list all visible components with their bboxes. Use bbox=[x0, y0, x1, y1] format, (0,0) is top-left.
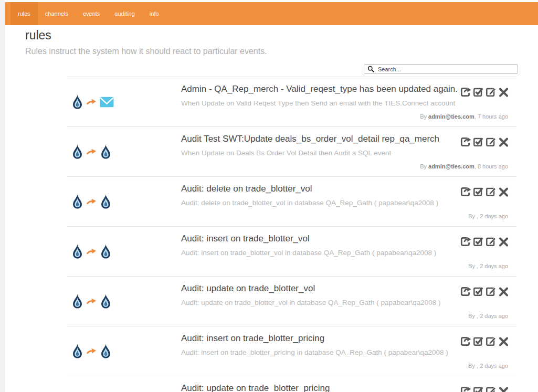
check-square-icon[interactable] bbox=[472, 335, 484, 347]
rule-row: Audit: delete on trade_blotter_vol Audit… bbox=[67, 176, 516, 226]
rule-title[interactable]: Audit Test SWT:Update deals_bs_order_vol… bbox=[181, 134, 439, 144]
check-square-icon[interactable] bbox=[472, 186, 484, 197]
byline-author: admin@ties.com bbox=[428, 163, 474, 169]
rule-byline: By , 2 days ago bbox=[468, 263, 508, 269]
sql-drop-icon bbox=[100, 144, 112, 160]
search-box[interactable] bbox=[364, 64, 518, 74]
byline-prefix: By bbox=[420, 113, 428, 120]
arrow-right-icon bbox=[86, 148, 97, 155]
rule-description: Audit: delete on trade_blotter_vol in da… bbox=[181, 199, 438, 207]
byline-prefix: By bbox=[468, 313, 477, 319]
x-cross-icon[interactable] bbox=[498, 236, 509, 247]
rule-byline: By , 2 days ago bbox=[468, 213, 508, 219]
x-cross-icon[interactable] bbox=[498, 385, 509, 392]
share-arrow-icon[interactable] bbox=[460, 385, 471, 392]
check-square-icon[interactable] bbox=[472, 136, 484, 147]
rule-actions bbox=[460, 186, 509, 197]
byline-author: admin@ties.com bbox=[428, 113, 474, 120]
rule-icon-group bbox=[71, 144, 112, 160]
share-arrow-icon[interactable] bbox=[460, 136, 471, 147]
rule-title[interactable]: Audit: insert on trade_blotter_pricing bbox=[181, 333, 324, 344]
check-square-icon[interactable] bbox=[472, 236, 484, 247]
left-gutter bbox=[0, 0, 5, 392]
rule-row: Admin - QA_Rep_merch - Valid_reqest_type… bbox=[67, 77, 516, 126]
share-arrow-icon[interactable] bbox=[460, 186, 471, 197]
rules-list: Admin - QA_Rep_merch - Valid_reqest_type… bbox=[67, 77, 516, 392]
rule-row: Audit: insert on trade_blotter_vol Audit… bbox=[67, 226, 516, 276]
rule-icon-group bbox=[71, 194, 112, 209]
sql-drop-icon bbox=[71, 144, 83, 160]
rule-icon-group bbox=[71, 243, 112, 259]
x-cross-icon[interactable] bbox=[498, 86, 509, 98]
rule-byline: By admin@ties.com, 7 hours ago bbox=[420, 113, 508, 120]
page-title: rules bbox=[25, 28, 51, 43]
rule-actions bbox=[460, 335, 509, 347]
search-input[interactable] bbox=[377, 66, 514, 73]
rule-actions bbox=[460, 236, 509, 247]
pencil-square-icon[interactable] bbox=[485, 136, 497, 147]
sql-drop-icon bbox=[71, 194, 83, 209]
top-navigation: rules channels events auditing info bbox=[5, 2, 538, 25]
byline-time: , 2 days ago bbox=[477, 363, 508, 369]
share-arrow-icon[interactable] bbox=[460, 236, 471, 247]
rule-title[interactable]: Audit: insert on trade_blotter_vol bbox=[181, 234, 310, 244]
check-square-icon[interactable] bbox=[472, 285, 484, 297]
rule-icon-group bbox=[71, 343, 112, 359]
rule-title[interactable]: Audit: update on trade_blotter_vol bbox=[181, 283, 315, 294]
sql-drop-icon bbox=[100, 194, 112, 209]
pencil-square-icon[interactable] bbox=[485, 236, 497, 247]
x-cross-icon[interactable] bbox=[498, 335, 509, 347]
sql-drop-icon bbox=[71, 94, 83, 110]
pencil-square-icon[interactable] bbox=[485, 385, 497, 392]
byline-time: , 2 days ago bbox=[477, 263, 508, 269]
share-arrow-icon[interactable] bbox=[460, 86, 471, 98]
rule-actions bbox=[460, 86, 509, 98]
sql-drop-icon bbox=[71, 293, 83, 309]
nav-tab-rules[interactable]: rules bbox=[10, 2, 38, 25]
nav-tab-auditing[interactable]: auditing bbox=[107, 2, 142, 25]
byline-time: , 2 days ago bbox=[477, 313, 508, 319]
nav-tab-info[interactable]: info bbox=[142, 2, 166, 25]
share-arrow-icon[interactable] bbox=[460, 335, 471, 347]
nav-tab-channels[interactable]: channels bbox=[38, 2, 76, 25]
email-icon bbox=[100, 97, 114, 108]
byline-prefix: By bbox=[468, 213, 477, 219]
check-square-icon[interactable] bbox=[472, 385, 484, 392]
x-cross-icon[interactable] bbox=[498, 285, 509, 297]
sql-drop-icon bbox=[100, 293, 112, 309]
rule-description: When Update on Deals Bs Order Vol Detail… bbox=[181, 149, 391, 157]
rule-icon-group bbox=[71, 94, 114, 110]
byline-prefix: By bbox=[468, 263, 477, 269]
search-icon bbox=[367, 66, 374, 72]
arrow-right-icon bbox=[86, 298, 97, 305]
arrow-right-icon bbox=[86, 198, 97, 205]
byline-time: , 8 hours ago bbox=[474, 163, 508, 169]
rule-row: Audit: insert on trade_blotter_pricing A… bbox=[67, 326, 516, 376]
rule-row: Audit Test SWT:Update deals_bs_order_vol… bbox=[67, 126, 516, 176]
rule-byline: By admin@ties.com, 8 hours ago bbox=[420, 163, 508, 169]
rule-title[interactable]: Audit: delete on trade_blotter_vol bbox=[181, 184, 312, 194]
pencil-square-icon[interactable] bbox=[485, 335, 497, 347]
rule-actions bbox=[460, 385, 509, 392]
rule-title[interactable]: Audit: update on trade_blotter_pricing bbox=[181, 383, 330, 392]
x-cross-icon[interactable] bbox=[498, 186, 509, 197]
page-subtitle: Rules instruct the system how it should … bbox=[25, 47, 267, 56]
x-cross-icon[interactable] bbox=[498, 136, 509, 147]
rule-description: Audit: insert on trade_blotter_vol in da… bbox=[181, 249, 436, 257]
pencil-square-icon[interactable] bbox=[485, 86, 497, 98]
rule-title[interactable]: Admin - QA_Rep_merch - Valid_reqest_type… bbox=[181, 84, 458, 94]
arrow-right-icon bbox=[86, 347, 97, 355]
rule-icon-group bbox=[71, 293, 112, 309]
pencil-square-icon[interactable] bbox=[485, 186, 497, 197]
pencil-square-icon[interactable] bbox=[485, 285, 497, 297]
byline-prefix: By bbox=[468, 363, 477, 369]
nav-tab-events[interactable]: events bbox=[76, 2, 107, 25]
byline-prefix: By bbox=[420, 163, 428, 169]
byline-time: , 7 hours ago bbox=[474, 113, 508, 120]
sql-drop-icon bbox=[100, 343, 112, 359]
share-arrow-icon[interactable] bbox=[460, 285, 471, 297]
rule-row: Audit: update on trade_blotter_vol Audit… bbox=[67, 276, 516, 326]
check-square-icon[interactable] bbox=[472, 86, 484, 98]
rule-actions bbox=[460, 285, 509, 297]
sql-drop-icon bbox=[71, 243, 83, 259]
